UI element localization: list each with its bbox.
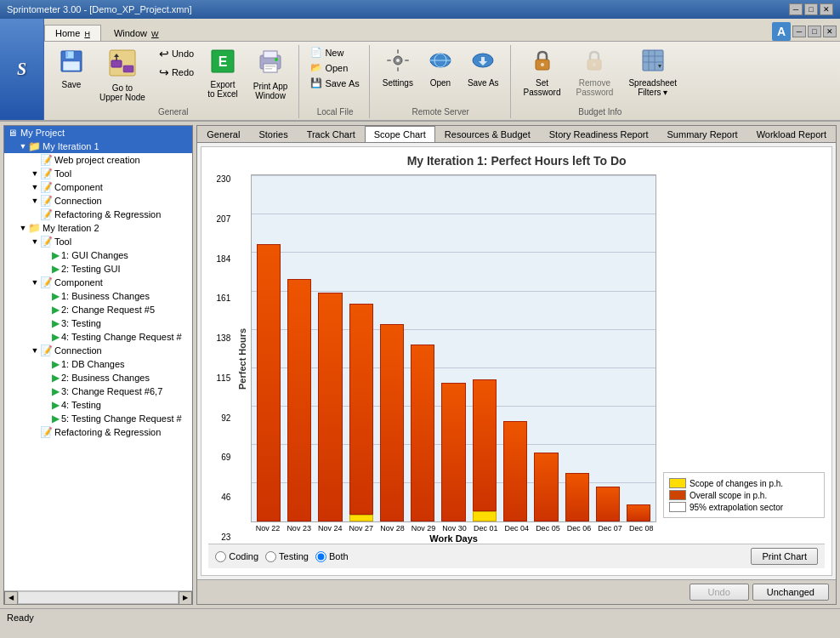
radio-coding[interactable]: Coding — [215, 551, 258, 562]
tree-item-db-changes[interactable]: ▶1: DB Changes — [4, 357, 192, 371]
bar-orange-7 — [473, 379, 497, 511]
tree-item-testing-change-5[interactable]: ▶5: Testing Change Request # — [4, 412, 192, 425]
bar-group-dec-08 — [624, 175, 654, 521]
inner-minimize[interactable]: ─ — [792, 26, 806, 37]
open-server-button[interactable]: Open — [423, 45, 458, 91]
tree-item-testing-change-4[interactable]: ▶4: Testing Change Request # — [4, 330, 192, 344]
radio-testing[interactable]: Testing — [265, 551, 309, 562]
content-panel: General Stories Track Chart Scope Chart … — [196, 125, 837, 605]
tab-track-chart[interactable]: Track Chart — [298, 126, 365, 142]
tree-item-connection-2[interactable]: ▼📝Connection — [4, 344, 192, 357]
go-upper-node-label: Go toUpper Node — [99, 83, 145, 102]
remove-password-button[interactable]: RemovePassword — [570, 45, 620, 100]
radio-both[interactable]: Both — [315, 551, 349, 562]
toggle-tool[interactable]: ▼ — [30, 169, 40, 178]
spreadsheet-filters-button[interactable]: SpreadsheetFilters ▾ — [622, 45, 683, 100]
inner-restore[interactable]: □ — [808, 26, 821, 37]
toggle-refactoring-regression-2 — [30, 428, 40, 436]
open-button[interactable]: 📂 Open — [306, 60, 363, 75]
bar-orange-6 — [441, 383, 465, 521]
scroll-track[interactable] — [18, 591, 179, 604]
tab-resources-budget[interactable]: Resources & Budget — [435, 126, 540, 142]
tree-item-refactoring-regression[interactable]: 📝Refactoring & Regression — [4, 208, 192, 221]
tab-summary-report[interactable]: Summary Report — [658, 126, 747, 142]
save-as-server-button[interactable]: Save As — [462, 45, 505, 91]
minimize-button[interactable]: ─ — [789, 3, 803, 15]
window-controls: ─ □ ✕ — [789, 3, 833, 15]
tree-item-tool-2[interactable]: ▼📝Tool — [4, 235, 192, 248]
maximize-button[interactable]: □ — [804, 3, 818, 15]
tree-item-my-iteration-1[interactable]: ▼📁My Iteration 1 — [4, 140, 192, 153]
legend-swatch-yellow — [669, 478, 686, 488]
tree-item-web-project-creation[interactable]: 📝Web project creation — [4, 153, 192, 167]
undo-redo-group: ↩ Undo ↪ Redo — [155, 45, 198, 81]
undo-button[interactable]: ↩ Undo — [155, 45, 198, 62]
tree-item-component[interactable]: ▼📝Component — [4, 180, 192, 194]
tree-item-business-changes-2[interactable]: ▶2: Business Changes — [4, 371, 192, 385]
tree-item-component-2[interactable]: ▼📝Component — [4, 276, 192, 289]
toggle-my-iteration-1[interactable]: ▼ — [18, 142, 28, 151]
close-button[interactable]: ✕ — [820, 3, 833, 15]
settings-button[interactable]: Settings — [377, 45, 419, 91]
new-button[interactable]: 📄 New — [306, 45, 363, 60]
tree-content[interactable]: ▼📁My Iteration 1 📝Web project creation▼📝… — [4, 140, 192, 590]
toggle-my-iteration-2[interactable]: ▼ — [18, 224, 28, 232]
chart-plot — [251, 174, 656, 522]
tree-item-testing-3[interactable]: ▶3: Testing — [4, 316, 192, 330]
scroll-left[interactable]: ◀ — [4, 591, 18, 605]
quick-access-btn[interactable]: A — [772, 22, 791, 41]
tree-item-my-iteration-2[interactable]: ▼📁My Iteration 2 — [4, 221, 192, 235]
y-label-92: 92 — [221, 413, 230, 423]
export-to-excel-button[interactable]: E Exportto Excel — [201, 45, 244, 102]
toggle-connection[interactable]: ▼ — [30, 197, 40, 205]
tree-item-testing-gui[interactable]: ▶2: Testing GUI — [4, 262, 192, 276]
tab-stories[interactable]: Stories — [249, 126, 297, 142]
inner-close[interactable]: ✕ — [823, 26, 837, 37]
export-excel-icon: E — [210, 48, 236, 80]
toggle-tool-2[interactable]: ▼ — [30, 237, 40, 246]
tab-story-readiness[interactable]: Story Readiness Report — [540, 126, 658, 142]
toggle-change-request-67 — [42, 387, 52, 396]
bar-group-dec-07 — [593, 175, 622, 521]
print-app-window-button[interactable]: Print AppWindow — [247, 45, 294, 104]
go-to-upper-node-button[interactable]: Go toUpper Node — [94, 45, 151, 105]
toggle-component-2[interactable]: ▼ — [30, 278, 40, 287]
app-button[interactable]: S — [0, 19, 44, 120]
tree-item-refactoring-regression-2[interactable]: 📝Refactoring & Regression — [4, 425, 192, 439]
print-chart-button[interactable]: Print Chart — [751, 548, 818, 565]
tab-workload-report[interactable]: Workload Report — [747, 126, 836, 142]
save-button[interactable]: Save — [53, 45, 90, 93]
toggle-connection-2[interactable]: ▼ — [30, 346, 40, 355]
toggle-testing-gui — [42, 265, 52, 273]
tree-item-change-request-5[interactable]: ▶2: Change Request #5 — [4, 303, 192, 316]
redo-button[interactable]: ↪ Redo — [155, 64, 198, 81]
node-icon-web-project-creation: 📝 — [40, 154, 53, 166]
toggle-component[interactable]: ▼ — [30, 183, 40, 191]
tree-item-testing-4[interactable]: ▶4: Testing — [4, 398, 192, 412]
radio-testing-input[interactable] — [265, 551, 276, 562]
tab-window[interactable]: Window W — [103, 25, 170, 41]
bar-orange-5 — [411, 345, 434, 521]
radio-both-input[interactable] — [315, 551, 326, 562]
toggle-web-project-creation — [30, 156, 40, 164]
node-icon-my-iteration-1: 📁 — [28, 140, 41, 152]
tree-item-business-changes[interactable]: ▶1: Business Changes — [4, 289, 192, 303]
radio-coding-input[interactable] — [215, 551, 226, 562]
tab-home[interactable]: Home H — [44, 25, 101, 41]
tree-item-tool[interactable]: ▼📝Tool — [4, 167, 192, 180]
tree-item-change-request-67[interactable]: ▶3: Change Request #6,7 — [4, 385, 192, 398]
tree-scrollbar[interactable]: ◀ ▶ — [4, 590, 192, 604]
save-as-button[interactable]: 💾 Save As — [306, 76, 363, 90]
node-icon-change-request-5: ▶ — [52, 304, 60, 316]
radio-group: Coding Testing Both — [215, 551, 348, 562]
set-password-button[interactable]: SetPassword — [518, 45, 567, 100]
tree-item-connection[interactable]: ▼📝Connection — [4, 194, 192, 208]
set-password-icon — [531, 48, 554, 78]
tab-general[interactable]: General — [197, 126, 249, 142]
unchanged-button[interactable]: Unchanged — [752, 584, 829, 601]
tab-scope-chart[interactable]: Scope Chart — [365, 126, 435, 142]
scroll-right[interactable]: ▶ — [179, 591, 192, 605]
toggle-testing-change-4 — [42, 333, 52, 341]
undo-footer-button[interactable]: Undo — [690, 584, 749, 601]
tree-item-gui-changes[interactable]: ▶1: GUI Changes — [4, 248, 192, 262]
